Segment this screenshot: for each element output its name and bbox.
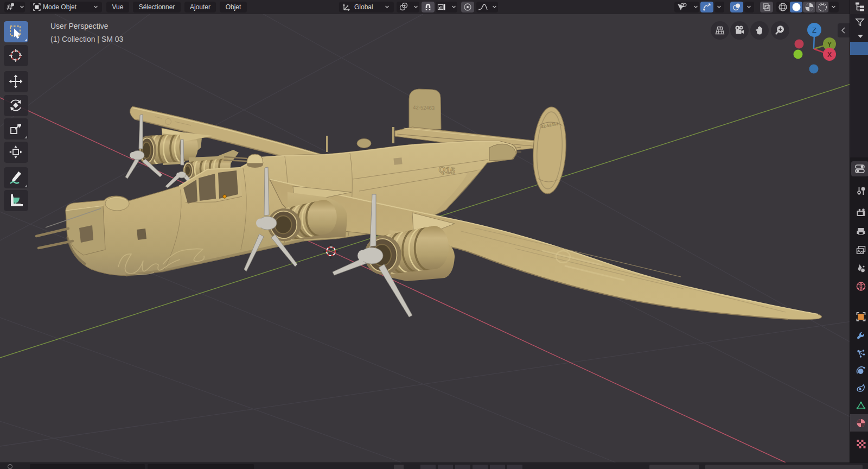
svg-text:Z: Z [812,26,816,34]
svg-text:42-52463: 42-52463 [413,104,435,111]
svg-text:X: X [827,51,832,59]
svg-text:Y: Y [827,41,832,48]
